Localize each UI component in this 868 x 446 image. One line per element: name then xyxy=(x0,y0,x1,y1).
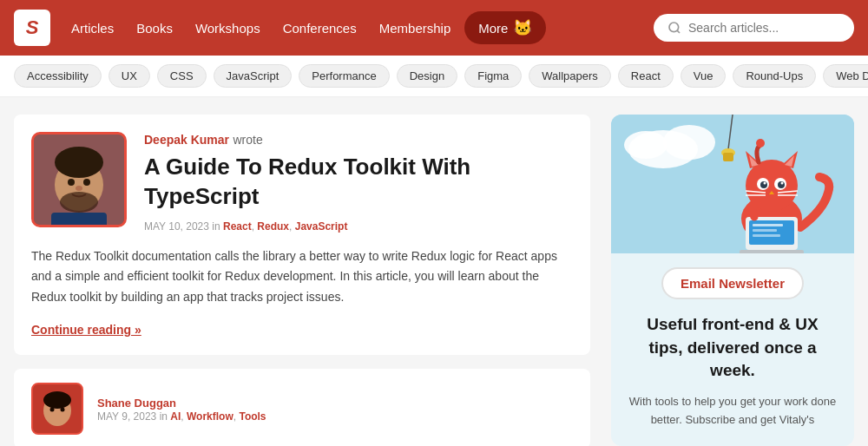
svg-point-18 xyxy=(624,131,667,159)
second-avatar-illustration xyxy=(33,384,82,433)
second-article-meta: Shane Duggan MAY 9, 2023 in AI, Workflow… xyxy=(97,395,266,423)
svg-rect-42 xyxy=(753,229,777,232)
article-title: A Guide To Redux Toolkit With TypeScript xyxy=(144,153,573,212)
svg-line-1 xyxy=(677,30,680,33)
main-layout: Deepak Kumar wrote A Guide To Redux Tool… xyxy=(0,97,868,446)
author-name[interactable]: Deepak Kumar xyxy=(144,133,229,147)
category-vue[interactable]: Vue xyxy=(681,64,727,88)
svg-point-12 xyxy=(43,391,71,409)
tag-tools[interactable]: Tools xyxy=(239,410,266,423)
author-avatar xyxy=(31,132,127,227)
category-bar: Accessibility UX CSS JavaScript Performa… xyxy=(0,56,868,97)
svg-rect-44 xyxy=(740,250,804,253)
continue-reading-link[interactable]: Continue reading » xyxy=(31,323,141,337)
svg-point-5 xyxy=(68,179,75,186)
article-feed: Deepak Kumar wrote A Guide To Redux Tool… xyxy=(14,115,590,446)
article-top: Deepak Kumar wrote A Guide To Redux Tool… xyxy=(31,132,573,233)
article-date-tags: MAY 10, 2023 in React, Redux, JavaScript xyxy=(144,220,573,233)
wrote-text: wrote xyxy=(233,133,263,147)
newsletter-illustration xyxy=(611,115,854,253)
nav-workshops[interactable]: Workshops xyxy=(185,14,271,43)
second-author-name[interactable]: Shane Duggan xyxy=(97,397,176,410)
svg-rect-21 xyxy=(723,153,733,161)
newsletter-svg-illustration xyxy=(611,115,854,253)
category-figma[interactable]: Figma xyxy=(464,64,522,88)
svg-rect-41 xyxy=(753,224,783,226)
tag-workflow[interactable]: Workflow xyxy=(187,410,233,423)
tag-javascript[interactable]: JavaScript xyxy=(295,220,348,233)
search-icon xyxy=(667,21,681,35)
svg-point-14 xyxy=(61,407,65,411)
article-excerpt: The Redux Toolkit documentation calls th… xyxy=(31,246,573,308)
second-date: MAY 9, 2023 xyxy=(97,410,156,423)
logo-text: S xyxy=(26,16,39,39)
second-author-avatar xyxy=(31,383,83,435)
nav-books[interactable]: Books xyxy=(126,14,183,43)
svg-point-33 xyxy=(781,182,784,185)
svg-rect-9 xyxy=(51,213,107,225)
nav-conferences[interactable]: Conferences xyxy=(273,14,367,43)
search-bar xyxy=(654,14,854,42)
newsletter-card: Email Newsletter Useful front-end & UX t… xyxy=(611,115,854,446)
sidebar: Email Newsletter Useful front-end & UX t… xyxy=(611,115,854,446)
svg-point-6 xyxy=(83,179,90,186)
newsletter-badge-wrapper: Email Newsletter xyxy=(628,267,837,299)
main-nav: Articles Books Workshops Conferences Mem… xyxy=(61,14,461,43)
more-icon: 🐱 xyxy=(513,18,532,37)
category-performance[interactable]: Performance xyxy=(299,64,389,88)
more-label: More xyxy=(478,21,508,36)
category-wallpapers[interactable]: Wallpapers xyxy=(529,64,611,88)
newsletter-desc: With tools to help you get your work don… xyxy=(628,393,837,430)
second-article-date-tags: MAY 9, 2023 in AI, Workflow, Tools xyxy=(97,410,266,423)
second-article-card: Shane Duggan MAY 9, 2023 in AI, Workflow… xyxy=(14,369,590,446)
tag-redux[interactable]: Redux xyxy=(257,220,289,233)
author-byline: Deepak Kumar wrote xyxy=(144,132,573,148)
main-header: S Articles Books Workshops Conferences M… xyxy=(0,0,868,56)
svg-point-8 xyxy=(60,192,98,213)
svg-point-4 xyxy=(55,147,103,178)
category-design[interactable]: Design xyxy=(397,64,457,88)
more-menu[interactable]: More 🐱 xyxy=(464,11,546,44)
svg-point-7 xyxy=(76,186,82,191)
category-ux[interactable]: UX xyxy=(108,64,150,88)
category-webdesign[interactable]: Web Design xyxy=(823,64,868,88)
tag-ai[interactable]: AI xyxy=(170,410,181,423)
nav-membership[interactable]: Membership xyxy=(369,14,462,43)
article-meta: Deepak Kumar wrote A Guide To Redux Tool… xyxy=(144,132,573,233)
svg-rect-43 xyxy=(753,234,780,237)
category-css[interactable]: CSS xyxy=(157,64,207,88)
svg-point-32 xyxy=(764,182,766,185)
svg-point-45 xyxy=(756,139,765,148)
nav-articles[interactable]: Articles xyxy=(61,14,124,43)
main-article-card: Deepak Kumar wrote A Guide To Redux Tool… xyxy=(14,115,590,355)
category-roundups[interactable]: Round-Ups xyxy=(733,64,816,88)
newsletter-title: Useful front-end & UX tips, delivered on… xyxy=(628,313,837,383)
svg-point-0 xyxy=(669,23,679,32)
category-javascript[interactable]: JavaScript xyxy=(214,64,293,88)
avatar-illustration xyxy=(34,134,124,225)
tag-react[interactable]: React xyxy=(223,220,252,233)
search-input[interactable] xyxy=(688,21,840,35)
in-text: in xyxy=(212,220,223,233)
svg-point-17 xyxy=(663,125,715,160)
newsletter-badge[interactable]: Email Newsletter xyxy=(661,267,804,299)
svg-point-13 xyxy=(50,407,55,411)
article-date: MAY 10, 2023 xyxy=(144,220,209,233)
category-react[interactable]: React xyxy=(618,64,674,88)
logo[interactable]: S xyxy=(14,10,50,46)
category-accessibility[interactable]: Accessibility xyxy=(14,64,102,88)
